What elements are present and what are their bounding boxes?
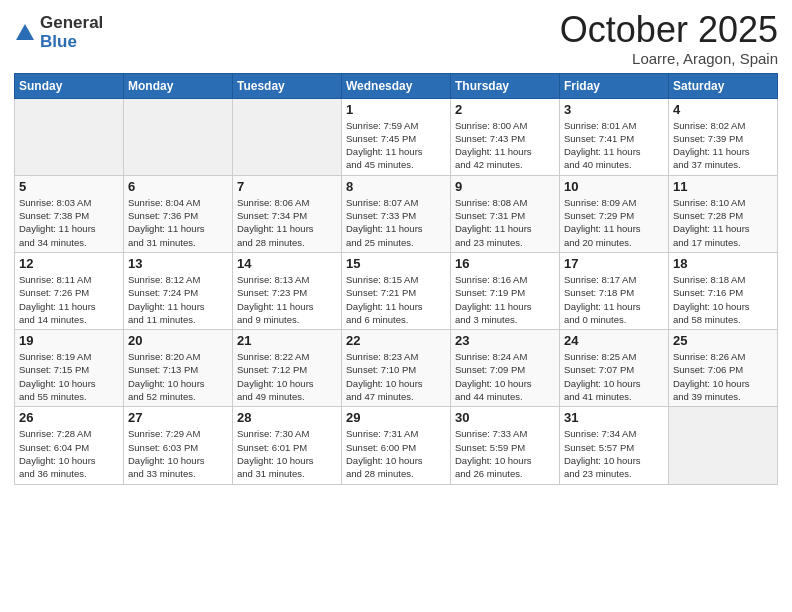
- day-number: 9: [455, 179, 555, 194]
- day-number: 7: [237, 179, 337, 194]
- day-info: Sunrise: 7:30 AMSunset: 6:01 PMDaylight:…: [237, 427, 337, 480]
- day-number: 21: [237, 333, 337, 348]
- header-wednesday: Wednesday: [342, 73, 451, 98]
- day-number: 26: [19, 410, 119, 425]
- calendar-cell: 3Sunrise: 8:01 AMSunset: 7:41 PMDaylight…: [560, 98, 669, 175]
- day-number: 22: [346, 333, 446, 348]
- calendar-cell: 4Sunrise: 8:02 AMSunset: 7:39 PMDaylight…: [669, 98, 778, 175]
- day-info: Sunrise: 8:26 AMSunset: 7:06 PMDaylight:…: [673, 350, 773, 403]
- header-monday: Monday: [124, 73, 233, 98]
- day-number: 24: [564, 333, 664, 348]
- calendar-week-4: 19Sunrise: 8:19 AMSunset: 7:15 PMDayligh…: [15, 330, 778, 407]
- day-number: 18: [673, 256, 773, 271]
- calendar-cell: 21Sunrise: 8:22 AMSunset: 7:12 PMDayligh…: [233, 330, 342, 407]
- calendar-cell: 13Sunrise: 8:12 AMSunset: 7:24 PMDayligh…: [124, 252, 233, 329]
- day-number: 23: [455, 333, 555, 348]
- day-info: Sunrise: 8:12 AMSunset: 7:24 PMDaylight:…: [128, 273, 228, 326]
- calendar-cell: 28Sunrise: 7:30 AMSunset: 6:01 PMDayligh…: [233, 407, 342, 484]
- logo-icon: [14, 22, 36, 44]
- calendar: SundayMondayTuesdayWednesdayThursdayFrid…: [14, 73, 778, 485]
- calendar-cell: 23Sunrise: 8:24 AMSunset: 7:09 PMDayligh…: [451, 330, 560, 407]
- logo-blue: Blue: [40, 33, 103, 52]
- day-number: 29: [346, 410, 446, 425]
- day-info: Sunrise: 8:04 AMSunset: 7:36 PMDaylight:…: [128, 196, 228, 249]
- day-number: 5: [19, 179, 119, 194]
- calendar-cell: [669, 407, 778, 484]
- day-info: Sunrise: 7:33 AMSunset: 5:59 PMDaylight:…: [455, 427, 555, 480]
- day-info: Sunrise: 8:19 AMSunset: 7:15 PMDaylight:…: [19, 350, 119, 403]
- day-info: Sunrise: 8:24 AMSunset: 7:09 PMDaylight:…: [455, 350, 555, 403]
- calendar-cell: 1Sunrise: 7:59 AMSunset: 7:45 PMDaylight…: [342, 98, 451, 175]
- day-info: Sunrise: 8:06 AMSunset: 7:34 PMDaylight:…: [237, 196, 337, 249]
- day-number: 15: [346, 256, 446, 271]
- day-number: 11: [673, 179, 773, 194]
- calendar-week-2: 5Sunrise: 8:03 AMSunset: 7:38 PMDaylight…: [15, 175, 778, 252]
- day-info: Sunrise: 7:59 AMSunset: 7:45 PMDaylight:…: [346, 119, 446, 172]
- day-info: Sunrise: 8:22 AMSunset: 7:12 PMDaylight:…: [237, 350, 337, 403]
- calendar-cell: 7Sunrise: 8:06 AMSunset: 7:34 PMDaylight…: [233, 175, 342, 252]
- day-number: 2: [455, 102, 555, 117]
- calendar-cell: [124, 98, 233, 175]
- day-number: 13: [128, 256, 228, 271]
- header-thursday: Thursday: [451, 73, 560, 98]
- day-number: 8: [346, 179, 446, 194]
- day-info: Sunrise: 7:29 AMSunset: 6:03 PMDaylight:…: [128, 427, 228, 480]
- calendar-cell: 18Sunrise: 8:18 AMSunset: 7:16 PMDayligh…: [669, 252, 778, 329]
- day-info: Sunrise: 7:34 AMSunset: 5:57 PMDaylight:…: [564, 427, 664, 480]
- location: Loarre, Aragon, Spain: [560, 50, 778, 67]
- calendar-cell: 25Sunrise: 8:26 AMSunset: 7:06 PMDayligh…: [669, 330, 778, 407]
- calendar-cell: 9Sunrise: 8:08 AMSunset: 7:31 PMDaylight…: [451, 175, 560, 252]
- day-info: Sunrise: 8:15 AMSunset: 7:21 PMDaylight:…: [346, 273, 446, 326]
- calendar-cell: 15Sunrise: 8:15 AMSunset: 7:21 PMDayligh…: [342, 252, 451, 329]
- calendar-cell: 31Sunrise: 7:34 AMSunset: 5:57 PMDayligh…: [560, 407, 669, 484]
- calendar-cell: 22Sunrise: 8:23 AMSunset: 7:10 PMDayligh…: [342, 330, 451, 407]
- day-info: Sunrise: 7:31 AMSunset: 6:00 PMDaylight:…: [346, 427, 446, 480]
- logo-text: General Blue: [40, 14, 103, 51]
- calendar-cell: 8Sunrise: 8:07 AMSunset: 7:33 PMDaylight…: [342, 175, 451, 252]
- day-number: 14: [237, 256, 337, 271]
- month-title: October 2025: [560, 10, 778, 50]
- day-number: 16: [455, 256, 555, 271]
- day-info: Sunrise: 8:02 AMSunset: 7:39 PMDaylight:…: [673, 119, 773, 172]
- day-info: Sunrise: 7:28 AMSunset: 6:04 PMDaylight:…: [19, 427, 119, 480]
- svg-marker-0: [16, 24, 34, 40]
- calendar-cell: 24Sunrise: 8:25 AMSunset: 7:07 PMDayligh…: [560, 330, 669, 407]
- calendar-cell: 5Sunrise: 8:03 AMSunset: 7:38 PMDaylight…: [15, 175, 124, 252]
- day-info: Sunrise: 8:09 AMSunset: 7:29 PMDaylight:…: [564, 196, 664, 249]
- day-number: 12: [19, 256, 119, 271]
- header-friday: Friday: [560, 73, 669, 98]
- day-info: Sunrise: 8:07 AMSunset: 7:33 PMDaylight:…: [346, 196, 446, 249]
- calendar-week-1: 1Sunrise: 7:59 AMSunset: 7:45 PMDaylight…: [15, 98, 778, 175]
- day-info: Sunrise: 8:17 AMSunset: 7:18 PMDaylight:…: [564, 273, 664, 326]
- day-number: 19: [19, 333, 119, 348]
- day-number: 6: [128, 179, 228, 194]
- calendar-cell: 16Sunrise: 8:16 AMSunset: 7:19 PMDayligh…: [451, 252, 560, 329]
- day-info: Sunrise: 8:01 AMSunset: 7:41 PMDaylight:…: [564, 119, 664, 172]
- calendar-cell: 19Sunrise: 8:19 AMSunset: 7:15 PMDayligh…: [15, 330, 124, 407]
- calendar-cell: 17Sunrise: 8:17 AMSunset: 7:18 PMDayligh…: [560, 252, 669, 329]
- day-number: 31: [564, 410, 664, 425]
- calendar-cell: 12Sunrise: 8:11 AMSunset: 7:26 PMDayligh…: [15, 252, 124, 329]
- day-info: Sunrise: 8:13 AMSunset: 7:23 PMDaylight:…: [237, 273, 337, 326]
- title-block: October 2025 Loarre, Aragon, Spain: [560, 10, 778, 67]
- calendar-cell: [233, 98, 342, 175]
- day-info: Sunrise: 8:10 AMSunset: 7:28 PMDaylight:…: [673, 196, 773, 249]
- day-number: 17: [564, 256, 664, 271]
- calendar-cell: 6Sunrise: 8:04 AMSunset: 7:36 PMDaylight…: [124, 175, 233, 252]
- day-number: 27: [128, 410, 228, 425]
- day-info: Sunrise: 8:16 AMSunset: 7:19 PMDaylight:…: [455, 273, 555, 326]
- day-number: 1: [346, 102, 446, 117]
- day-number: 10: [564, 179, 664, 194]
- day-info: Sunrise: 8:11 AMSunset: 7:26 PMDaylight:…: [19, 273, 119, 326]
- calendar-cell: 29Sunrise: 7:31 AMSunset: 6:00 PMDayligh…: [342, 407, 451, 484]
- day-number: 25: [673, 333, 773, 348]
- day-info: Sunrise: 8:20 AMSunset: 7:13 PMDaylight:…: [128, 350, 228, 403]
- calendar-cell: 10Sunrise: 8:09 AMSunset: 7:29 PMDayligh…: [560, 175, 669, 252]
- day-number: 28: [237, 410, 337, 425]
- calendar-cell: [15, 98, 124, 175]
- day-number: 30: [455, 410, 555, 425]
- day-number: 20: [128, 333, 228, 348]
- header-tuesday: Tuesday: [233, 73, 342, 98]
- calendar-week-3: 12Sunrise: 8:11 AMSunset: 7:26 PMDayligh…: [15, 252, 778, 329]
- calendar-cell: 2Sunrise: 8:00 AMSunset: 7:43 PMDaylight…: [451, 98, 560, 175]
